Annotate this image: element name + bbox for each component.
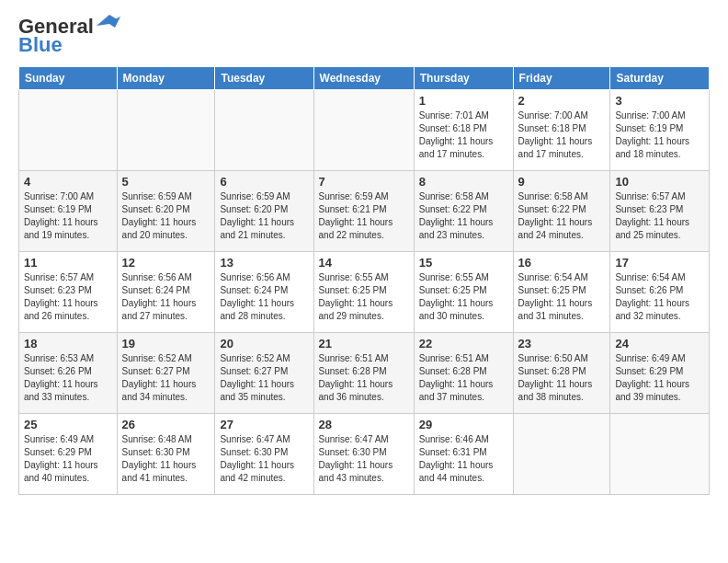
day-info: Sunrise: 7:01 AMSunset: 6:18 PMDaylight:…: [419, 109, 508, 161]
calendar-cell: 3Sunrise: 7:00 AMSunset: 6:19 PMDaylight…: [610, 90, 710, 171]
day-number: 13: [220, 256, 308, 270]
day-number: 2: [518, 94, 606, 108]
day-info: Sunrise: 6:51 AMSunset: 6:28 PMDaylight:…: [319, 352, 409, 404]
day-number: 22: [419, 337, 508, 350]
day-info: Sunrise: 6:58 AMSunset: 6:22 PMDaylight:…: [419, 190, 508, 242]
day-info: Sunrise: 6:48 AMSunset: 6:30 PMDaylight:…: [122, 433, 210, 485]
day-info: Sunrise: 6:59 AMSunset: 6:20 PMDaylight:…: [220, 190, 308, 242]
day-info: Sunrise: 6:46 AMSunset: 6:31 PMDaylight:…: [419, 433, 508, 485]
calendar-cell: 20Sunrise: 6:52 AMSunset: 6:27 PMDayligh…: [215, 333, 313, 414]
logo: General Blue: [18, 15, 120, 57]
logo-bird-icon: [97, 13, 120, 39]
day-number: 19: [122, 337, 210, 350]
calendar-cell: 4Sunrise: 7:00 AMSunset: 6:19 PMDaylight…: [19, 171, 118, 252]
day-info: Sunrise: 6:56 AMSunset: 6:24 PMDaylight:…: [122, 271, 210, 323]
calendar-cell: 10Sunrise: 6:57 AMSunset: 6:23 PMDayligh…: [610, 171, 710, 252]
calendar-cell: 1Sunrise: 7:01 AMSunset: 6:18 PMDaylight…: [414, 90, 513, 171]
day-info: Sunrise: 6:57 AMSunset: 6:23 PMDaylight:…: [24, 271, 112, 323]
calendar-cell: 25Sunrise: 6:49 AMSunset: 6:29 PMDayligh…: [19, 414, 118, 495]
day-info: Sunrise: 6:47 AMSunset: 6:30 PMDaylight:…: [319, 433, 409, 485]
day-info: Sunrise: 6:55 AMSunset: 6:25 PMDaylight:…: [419, 271, 508, 323]
day-number: 25: [24, 418, 112, 431]
col-header-wednesday: Wednesday: [313, 67, 414, 90]
day-number: 27: [220, 418, 308, 431]
day-number: 15: [419, 256, 508, 270]
day-info: Sunrise: 6:53 AMSunset: 6:26 PMDaylight:…: [24, 352, 112, 404]
day-info: Sunrise: 6:49 AMSunset: 6:29 PMDaylight:…: [615, 352, 704, 404]
calendar-table: SundayMondayTuesdayWednesdayThursdayFrid…: [18, 66, 710, 495]
day-number: 21: [319, 337, 409, 350]
day-info: Sunrise: 6:50 AMSunset: 6:28 PMDaylight:…: [518, 352, 606, 404]
calendar-cell: 23Sunrise: 6:50 AMSunset: 6:28 PMDayligh…: [513, 333, 610, 414]
calendar-week-row: 18Sunrise: 6:53 AMSunset: 6:26 PMDayligh…: [19, 333, 710, 414]
day-number: 1: [419, 94, 508, 108]
day-info: Sunrise: 6:51 AMSunset: 6:28 PMDaylight:…: [419, 352, 508, 404]
day-number: 10: [615, 175, 704, 189]
day-number: 7: [319, 175, 409, 189]
calendar-cell: 27Sunrise: 6:47 AMSunset: 6:30 PMDayligh…: [215, 414, 313, 495]
calendar-cell: 21Sunrise: 6:51 AMSunset: 6:28 PMDayligh…: [313, 333, 414, 414]
day-info: Sunrise: 6:59 AMSunset: 6:20 PMDaylight:…: [122, 190, 210, 242]
calendar-cell: [610, 414, 710, 495]
calendar-week-row: 25Sunrise: 6:49 AMSunset: 6:29 PMDayligh…: [19, 414, 710, 495]
day-number: 24: [615, 337, 704, 350]
col-header-tuesday: Tuesday: [215, 67, 313, 90]
day-number: 8: [419, 175, 508, 189]
svg-marker-0: [97, 15, 120, 28]
day-number: 16: [518, 256, 606, 270]
day-number: 20: [220, 337, 308, 350]
col-header-friday: Friday: [513, 67, 610, 90]
day-number: 29: [419, 418, 508, 431]
calendar-cell: [313, 90, 414, 171]
calendar-cell: 17Sunrise: 6:54 AMSunset: 6:26 PMDayligh…: [610, 252, 710, 333]
day-info: Sunrise: 6:57 AMSunset: 6:23 PMDaylight:…: [615, 190, 704, 242]
calendar-cell: [215, 90, 313, 171]
calendar-cell: 7Sunrise: 6:59 AMSunset: 6:21 PMDaylight…: [313, 171, 414, 252]
day-number: 3: [615, 94, 704, 108]
day-info: Sunrise: 6:58 AMSunset: 6:22 PMDaylight:…: [518, 190, 606, 242]
calendar-cell: 12Sunrise: 6:56 AMSunset: 6:24 PMDayligh…: [117, 252, 215, 333]
day-info: Sunrise: 6:54 AMSunset: 6:26 PMDaylight:…: [615, 271, 704, 323]
calendar-cell: 29Sunrise: 6:46 AMSunset: 6:31 PMDayligh…: [414, 414, 513, 495]
day-number: 12: [122, 256, 210, 270]
day-number: 11: [24, 256, 112, 270]
day-info: Sunrise: 7:00 AMSunset: 6:19 PMDaylight:…: [615, 109, 704, 161]
day-info: Sunrise: 6:54 AMSunset: 6:25 PMDaylight:…: [518, 271, 606, 323]
calendar-week-row: 4Sunrise: 7:00 AMSunset: 6:19 PMDaylight…: [19, 171, 710, 252]
calendar-cell: [19, 90, 118, 171]
col-header-sunday: Sunday: [19, 67, 118, 90]
day-number: 5: [122, 175, 210, 189]
calendar-cell: 22Sunrise: 6:51 AMSunset: 6:28 PMDayligh…: [414, 333, 513, 414]
calendar-cell: 9Sunrise: 6:58 AMSunset: 6:22 PMDaylight…: [513, 171, 610, 252]
col-header-monday: Monday: [117, 67, 215, 90]
day-number: 4: [24, 175, 112, 189]
day-info: Sunrise: 6:56 AMSunset: 6:24 PMDaylight:…: [220, 271, 308, 323]
day-number: 6: [220, 175, 308, 189]
col-header-thursday: Thursday: [414, 67, 513, 90]
calendar-cell: [513, 414, 610, 495]
day-number: 9: [518, 175, 606, 189]
calendar-cell: 13Sunrise: 6:56 AMSunset: 6:24 PMDayligh…: [215, 252, 313, 333]
day-number: 28: [319, 418, 409, 431]
day-info: Sunrise: 7:00 AMSunset: 6:19 PMDaylight:…: [24, 190, 112, 242]
calendar-cell: 28Sunrise: 6:47 AMSunset: 6:30 PMDayligh…: [313, 414, 414, 495]
day-number: 14: [319, 256, 409, 270]
day-number: 17: [615, 256, 704, 270]
calendar-cell: 24Sunrise: 6:49 AMSunset: 6:29 PMDayligh…: [610, 333, 710, 414]
day-number: 23: [518, 337, 606, 350]
header: General Blue: [18, 15, 710, 57]
calendar-week-row: 1Sunrise: 7:01 AMSunset: 6:18 PMDaylight…: [19, 90, 710, 171]
calendar-cell: 14Sunrise: 6:55 AMSunset: 6:25 PMDayligh…: [313, 252, 414, 333]
day-number: 26: [122, 418, 210, 431]
calendar-cell: 18Sunrise: 6:53 AMSunset: 6:26 PMDayligh…: [19, 333, 118, 414]
calendar-cell: 19Sunrise: 6:52 AMSunset: 6:27 PMDayligh…: [117, 333, 215, 414]
calendar-cell: 5Sunrise: 6:59 AMSunset: 6:20 PMDaylight…: [117, 171, 215, 252]
day-info: Sunrise: 6:52 AMSunset: 6:27 PMDaylight:…: [220, 352, 308, 404]
col-header-saturday: Saturday: [610, 67, 710, 90]
calendar-cell: 26Sunrise: 6:48 AMSunset: 6:30 PMDayligh…: [117, 414, 215, 495]
calendar-cell: [117, 90, 215, 171]
calendar-cell: 15Sunrise: 6:55 AMSunset: 6:25 PMDayligh…: [414, 252, 513, 333]
day-info: Sunrise: 6:47 AMSunset: 6:30 PMDaylight:…: [220, 433, 308, 485]
calendar-cell: 11Sunrise: 6:57 AMSunset: 6:23 PMDayligh…: [19, 252, 118, 333]
day-info: Sunrise: 6:49 AMSunset: 6:29 PMDaylight:…: [24, 433, 112, 485]
